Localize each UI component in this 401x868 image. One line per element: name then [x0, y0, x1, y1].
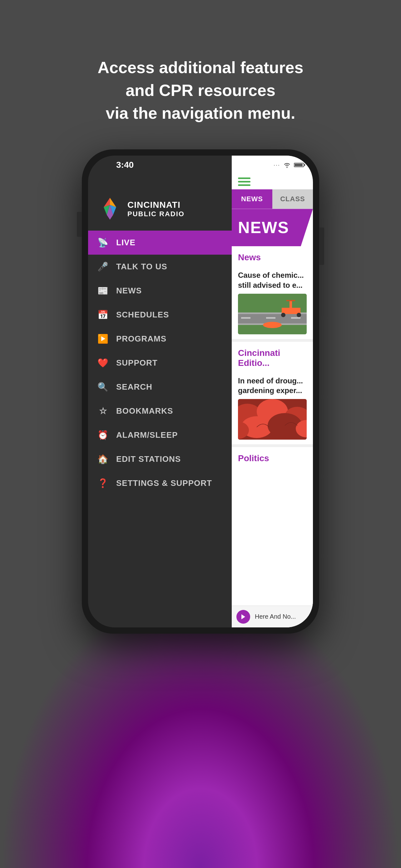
content-body: News Cause of chemic...still advised to …: [232, 246, 313, 627]
hamburger-area: [232, 174, 313, 189]
nav-item-settings[interactable]: ❓ SETTINGS & SUPPORT: [88, 471, 232, 495]
settings-icon: ❓: [97, 478, 109, 488]
schedules-icon: 📅: [97, 310, 109, 320]
stations-icon: 🏠: [97, 454, 109, 464]
nav-label-stations: EDIT STATIONS: [116, 454, 181, 464]
news-card-drought-image: [238, 399, 307, 440]
nav-item-programs[interactable]: ▶️ PROGRAMS: [88, 327, 232, 351]
live-icon: 📡: [97, 238, 109, 248]
nav-label-schedules: SCHEDULES: [116, 310, 169, 320]
svg-rect-17: [291, 317, 300, 319]
news-card-drought-title: In need of droug...gardening exper...: [238, 376, 307, 395]
bookmarks-icon: ☆: [97, 406, 109, 416]
section-label-politics: Politics: [232, 447, 313, 466]
player-now-playing: Here And No...: [255, 613, 296, 620]
news-banner: NEWS: [232, 209, 313, 246]
nav-label-support: SUPPORT: [116, 358, 158, 368]
play-icon: [241, 614, 246, 620]
svg-rect-8: [238, 178, 250, 179]
section-separator-2: [232, 445, 313, 447]
svg-point-22: [297, 313, 301, 317]
signal-dots: ···: [274, 162, 280, 168]
svg-rect-14: [238, 323, 307, 325]
nav-panel: 3:40: [88, 156, 232, 627]
news-card-drought[interactable]: In need of droug...gardening exper...: [232, 371, 313, 445]
svg-rect-6: [295, 164, 303, 166]
programs-icon: ▶️: [97, 334, 109, 344]
logo-text-area: CINCINNATI PUBLIC RADIO: [127, 200, 185, 218]
section-label-cincy: Cincinnati Editio...: [232, 342, 313, 371]
svg-rect-7: [304, 164, 305, 166]
news-card-chemical-image: [238, 294, 307, 334]
nav-item-alarm[interactable]: ⏰ ALARM/SLEEP: [88, 423, 232, 447]
nav-label-settings: SETTINGS & SUPPORT: [116, 478, 212, 488]
svg-rect-20: [287, 300, 295, 301]
phone-wrapper: 3:40: [0, 149, 401, 634]
tab-bar: NEWS CLASS: [232, 189, 313, 209]
phone-screen: 3:40: [88, 156, 313, 627]
talk-icon: 🎤: [97, 261, 109, 272]
screen-inner: 3:40: [88, 156, 313, 627]
svg-rect-10: [238, 184, 250, 186]
nav-item-search[interactable]: 🔍 SEARCH: [88, 375, 232, 399]
hamburger-icon[interactable]: [238, 178, 250, 186]
nav-label-live: LIVE: [116, 238, 136, 247]
nav-item-stations[interactable]: 🏠 EDIT STATIONS: [88, 447, 232, 471]
nav-item-support[interactable]: ❤️ SUPPORT: [88, 351, 232, 375]
nav-item-live[interactable]: 📡 LIVE: [88, 230, 232, 255]
header-line1: Access additional features: [0, 56, 401, 79]
news-banner-text: NEWS: [238, 218, 307, 237]
wifi-icon: [282, 162, 291, 168]
cpr-logo-icon: [97, 196, 123, 221]
logo-name: CINCINNATI: [127, 200, 185, 210]
tab-news[interactable]: NEWS: [232, 189, 272, 209]
nav-label-news: NEWS: [116, 286, 142, 296]
nav-item-talk[interactable]: 🎤 TALK TO US: [88, 255, 232, 279]
nav-label-talk: TALK TO US: [116, 262, 167, 272]
player-bar: Here And No...: [232, 606, 313, 627]
play-button[interactable]: [236, 610, 250, 624]
support-icon: ❤️: [97, 358, 109, 368]
news-card-chemical-title: Cause of chemic...still advised to e...: [238, 270, 307, 290]
nav-label-search: SEARCH: [116, 382, 153, 392]
logo-area: CINCINNATI PUBLIC RADIO: [88, 174, 232, 230]
nav-item-schedules[interactable]: 📅 SCHEDULES: [88, 303, 232, 327]
search-icon: 🔍: [97, 382, 109, 392]
section-separator-1: [232, 339, 313, 342]
tab-class[interactable]: CLASS: [272, 189, 313, 209]
section-label-news: News: [232, 246, 313, 266]
nav-item-news[interactable]: 📰 NEWS: [88, 279, 232, 303]
header-line2: and CPR resources: [0, 79, 401, 102]
battery-icon: [294, 162, 305, 168]
phone-frame: 3:40: [82, 149, 319, 634]
nav-item-bookmarks[interactable]: ☆ BOOKMARKS: [88, 399, 232, 423]
svg-rect-15: [241, 317, 250, 319]
nav-label-bookmarks: BOOKMARKS: [116, 406, 173, 416]
page-wrapper: Access additional features and CPR resou…: [0, 0, 401, 868]
logo-subname: PUBLIC RADIO: [127, 210, 185, 218]
news-card-chemical[interactable]: Cause of chemic...still advised to e...: [232, 266, 313, 339]
status-time: 3:40: [101, 160, 134, 170]
header-line3: via the navigation menu.: [0, 102, 401, 125]
news-icon: 📰: [97, 286, 109, 296]
svg-point-21: [281, 313, 286, 317]
header-text: Access additional features and CPR resou…: [0, 0, 401, 149]
nav-label-programs: PROGRAMS: [116, 334, 166, 344]
nav-label-alarm: ALARM/SLEEP: [116, 430, 178, 440]
svg-rect-9: [238, 181, 250, 183]
svg-marker-31: [241, 614, 245, 619]
svg-rect-16: [266, 317, 275, 319]
svg-rect-19: [290, 300, 292, 309]
alarm-icon: ⏰: [97, 430, 109, 440]
content-panel: ···: [232, 156, 313, 627]
nav-items-list: 📡 LIVE 🎤 TALK TO US 📰 NEWS: [88, 230, 232, 627]
